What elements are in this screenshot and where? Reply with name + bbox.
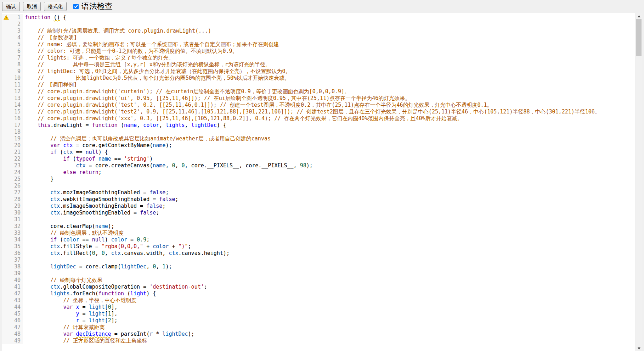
code-line[interactable]: 6 // color: 可选，只能是一个0~1之间的数，为不透明度的值。不填则默… [2, 48, 635, 55]
scrollbar-thumb[interactable] [636, 19, 642, 56]
code-line[interactable]: 39 [2, 270, 635, 277]
code-text: ctx.globalCompositeOperation = 'destinat… [23, 284, 635, 290]
gutter-marker [2, 61, 10, 68]
code-line[interactable]: 37 [2, 257, 635, 263]
line-number: 27 [10, 189, 23, 196]
code-line[interactable]: 45 y = light[1], [2, 311, 635, 317]
code-line[interactable]: !1function () { [2, 14, 635, 21]
code-line[interactable]: 47 // 计算衰减距离 [2, 324, 635, 331]
line-number: 31 [10, 216, 23, 223]
gutter-marker [2, 156, 10, 162]
code-line[interactable]: 22 if (typeof name == 'string') [2, 156, 635, 162]
line-number: 38 [10, 263, 23, 270]
code-line[interactable]: 21 if (ctx == null) { [2, 149, 635, 156]
code-line[interactable]: 7 // lights: 可选，一个数组，定义了每个独立的灯光。 [2, 55, 635, 61]
confirm-button[interactable]: 确认 [2, 2, 20, 11]
code-line[interactable]: 32 core.clearMap(name); [2, 223, 635, 230]
code-line[interactable]: 48 var decDistance = parseInt(r * lightD… [2, 331, 635, 338]
line-number: 39 [10, 270, 23, 277]
line-number: 42 [10, 290, 23, 297]
code-line[interactable]: 33 // 绘制色调层，默认不透明度 [2, 230, 635, 236]
gutter-marker [2, 41, 10, 48]
code-line[interactable]: 13 // core.plugin.drawLight('ui', 0.95, … [2, 95, 635, 102]
code-line[interactable]: 9 // lightDec: 可选，0到1之间，光从多少百分比才开始衰减（在此范… [2, 68, 635, 75]
code-text: if (color == null) color = 0.9; [23, 236, 635, 243]
code-line[interactable]: 8 // 其中每一项是三元组 [x,y,r] x和y分别为该灯光的横纵坐标，r为… [2, 61, 635, 68]
gutter-marker [2, 176, 10, 183]
code-text: if (ctx == null) { [23, 149, 635, 156]
code-line[interactable]: 31 [2, 216, 635, 223]
line-number: 1 [10, 14, 23, 21]
format-button[interactable]: 格式化 [44, 2, 67, 11]
gutter-marker [2, 216, 10, 223]
gutter-marker [2, 210, 10, 216]
gutter-marker [2, 290, 10, 297]
gutter-marker [2, 122, 10, 129]
svg-text:!: ! [5, 16, 7, 20]
code-line[interactable]: 3 // 绘制灯光/漆黑层效果。调用方式 core.plugin.drawLig… [2, 28, 635, 34]
code-line[interactable]: 16 // core.plugin.drawLight('xxx', 0.3, … [2, 115, 635, 122]
code-line[interactable]: 23 ctx = core.createCanvas(name, 0, 0, c… [2, 162, 635, 169]
code-lines[interactable]: !1function () {23 // 绘制灯光/漆黑层效果。调用方式 cor… [2, 13, 635, 351]
gutter-marker [2, 243, 10, 250]
gutter-marker [2, 115, 10, 122]
code-text [23, 21, 635, 28]
line-number: 44 [10, 304, 23, 311]
code-line[interactable]: 44 var x = light[0], [2, 304, 635, 311]
gutter-marker [2, 75, 10, 82]
code-line[interactable]: 41 ctx.globalCompositeOperation = 'desti… [2, 284, 635, 290]
line-number: 43 [10, 297, 23, 304]
code-line[interactable]: 25 } [2, 176, 635, 183]
vertical-scrollbar[interactable] [635, 13, 642, 351]
code-text [23, 129, 635, 135]
code-line[interactable]: 24 else return; [2, 169, 635, 176]
code-line[interactable]: 49 // 正方形区域的直径和左上角坐标 [2, 338, 635, 344]
code-text: // lightDec: 可选，0到1之间，光从多少百分比才开始衰减（在此范围内… [23, 68, 635, 75]
code-line[interactable]: 27 ctx.mozImageSmoothingEnabled = false; [2, 189, 635, 196]
code-line[interactable]: 17 this.drawLight = function (name, colo… [2, 122, 635, 129]
syntax-check-checkbox[interactable] [73, 4, 79, 9]
code-line[interactable]: 5 // name: 必填，要绘制到的画布名；可以是一个系统画布，或者是个自定义… [2, 41, 635, 48]
code-line[interactable]: 35 ctx.fillStyle = "rgba(0,0,0," + color… [2, 243, 635, 250]
code-line[interactable]: 4 // 【参数说明】 [2, 34, 635, 41]
line-number: 21 [10, 149, 23, 156]
code-line[interactable]: 12 // core.plugin.drawLight('curtain'); … [2, 88, 635, 95]
code-line[interactable]: 30 ctx.imageSmoothingEnabled = false; [2, 210, 635, 216]
scroll-up-button[interactable] [636, 13, 642, 19]
code-text: // 其中每一项是三元组 [x,y,r] x和y分别为该灯光的横纵坐标，r为该灯… [23, 61, 635, 68]
line-number: 35 [10, 243, 23, 250]
code-line[interactable]: 15 // core.plugin.drawLight('test2', 0.9… [2, 108, 635, 115]
gutter-marker [2, 142, 10, 149]
code-text [23, 183, 635, 189]
gutter-marker [2, 196, 10, 203]
line-number: 9 [10, 68, 23, 75]
code-line[interactable]: 26 [2, 183, 635, 189]
gutter-marker [2, 135, 10, 142]
code-line[interactable]: 14 // core.plugin.drawLight('test', 0.2,… [2, 102, 635, 108]
code-line[interactable]: 19 // 清空色调层；也可以修改成其它层比如animate/weather层，… [2, 135, 635, 142]
gutter-marker [2, 95, 10, 102]
code-line[interactable]: 38 lightDec = core.clamp(lightDec, 0, 1)… [2, 263, 635, 270]
scroll-down-button[interactable] [636, 345, 642, 351]
line-number: 13 [10, 95, 23, 102]
code-line[interactable]: 42 lights.forEach(function (light) { [2, 290, 635, 297]
code-line[interactable]: 10 // 比如lightDec为0.5代表，每个灯光部分内圈50%的范围全亮，… [2, 75, 635, 82]
code-line[interactable]: 40 // 绘制每个灯光效果 [2, 277, 635, 284]
code-line[interactable]: 29 ctx.msImageSmoothingEnabled = false; [2, 203, 635, 210]
code-text: // core.plugin.drawLight('ui', 0.95, [[2… [23, 95, 635, 102]
code-line[interactable]: 18 [2, 129, 635, 135]
code-editor[interactable]: !1function () {23 // 绘制灯光/漆黑层效果。调用方式 cor… [2, 13, 642, 351]
code-text: // core.plugin.drawLight('curtain'); // … [23, 88, 635, 95]
code-line[interactable]: 28 ctx.webkitImageSmoothingEnabled = fal… [2, 196, 635, 203]
cancel-button[interactable]: 取消 [23, 2, 41, 11]
code-text [23, 270, 635, 277]
code-text: // 计算衰减距离 [23, 324, 635, 331]
code-line[interactable]: 36 ctx.fillRect(0, 0, ctx.canvas.width, … [2, 250, 635, 257]
code-line[interactable]: 2 [2, 21, 635, 28]
gutter-marker [2, 304, 10, 311]
code-line[interactable]: 11 // 【调用样例】 [2, 82, 635, 88]
code-line[interactable]: 46 r = light[2]; [2, 317, 635, 324]
code-line[interactable]: 34 if (color == null) color = 0.9; [2, 236, 635, 243]
code-line[interactable]: 43 // 坐标，半径，中心不透明度 [2, 297, 635, 304]
code-line[interactable]: 20 var ctx = core.getContextByName(name)… [2, 142, 635, 149]
